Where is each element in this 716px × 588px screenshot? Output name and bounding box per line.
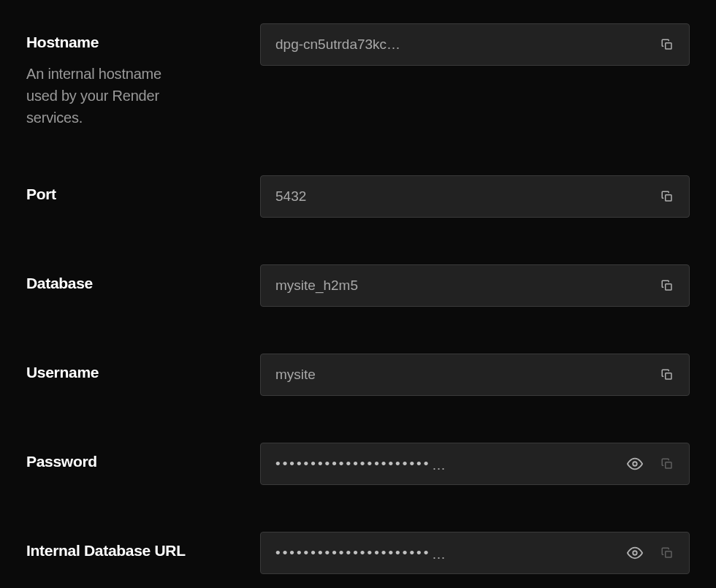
copy-icon: [660, 190, 674, 203]
internal-db-url-label-col: Internal Database URL: [26, 532, 260, 560]
internal-db-url-value-col: ••••••••••••••••••••••••••••••••••••••••…: [260, 532, 690, 574]
svg-rect-2: [666, 284, 671, 290]
copy-icon: [660, 279, 674, 292]
port-label: Port: [26, 186, 260, 203]
username-value-box: mysite: [260, 354, 690, 396]
password-value-box: ••••••••••••••••••••••••••••••••••••••••…: [260, 443, 690, 485]
username-label-col: Username: [26, 354, 260, 381]
password-copy-button[interactable]: [654, 451, 680, 477]
database-row: Database mysite_h2m5: [26, 264, 690, 307]
svg-point-4: [633, 462, 637, 466]
hostname-label-col: Hostname An internal hostname used by yo…: [26, 23, 260, 129]
internal-db-url-copy-button[interactable]: [654, 540, 680, 566]
copy-icon: [660, 368, 674, 381]
internal-db-url-label: Internal Database URL: [26, 542, 260, 560]
svg-rect-0: [666, 43, 671, 49]
hostname-label: Hostname: [26, 34, 260, 51]
eye-icon: [627, 545, 643, 561]
database-copy-button[interactable]: [654, 272, 680, 299]
port-value: 5432: [275, 188, 648, 205]
hostname-value: dpg-cn5utrda73kc…: [275, 37, 648, 53]
password-label-col: Password: [26, 443, 260, 470]
svg-rect-7: [666, 551, 671, 557]
eye-icon: [627, 456, 643, 472]
hostname-description: An internal hostname used by your Render…: [26, 63, 187, 129]
port-row: Port 5432: [26, 175, 690, 218]
svg-rect-5: [666, 462, 671, 468]
username-copy-button[interactable]: [654, 362, 680, 388]
password-label: Password: [26, 453, 260, 470]
database-value-col: mysite_h2m5: [260, 264, 690, 307]
username-value-col: mysite: [260, 354, 690, 396]
password-row: Password •••••••••••••••••••••••••••••••…: [26, 443, 690, 485]
database-label-col: Database: [26, 264, 260, 292]
hostname-value-col: dpg-cn5utrda73kc…: [260, 23, 690, 66]
internal-db-url-masked-value: ••••••••••••••••••••••••••••••••••••••••…: [275, 545, 446, 561]
copy-icon: [660, 457, 674, 470]
port-copy-button[interactable]: [654, 183, 680, 210]
hostname-copy-button[interactable]: [654, 31, 680, 58]
internal-db-url-row: Internal Database URL ••••••••••••••••••…: [26, 532, 690, 574]
username-value: mysite: [275, 367, 648, 383]
hostname-value-box: dpg-cn5utrda73kc…: [260, 23, 690, 66]
svg-rect-1: [666, 195, 671, 201]
port-label-col: Port: [26, 175, 260, 203]
hostname-row: Hostname An internal hostname used by yo…: [26, 23, 690, 129]
svg-rect-3: [666, 373, 671, 379]
username-row: Username mysite: [26, 354, 690, 396]
database-value: mysite_h2m5: [275, 278, 648, 294]
database-label: Database: [26, 275, 260, 292]
database-value-box: mysite_h2m5: [260, 264, 690, 307]
internal-db-url-reveal-button[interactable]: [622, 540, 648, 566]
copy-icon: [660, 38, 674, 51]
password-reveal-button[interactable]: [622, 451, 648, 477]
port-value-col: 5432: [260, 175, 690, 218]
username-label: Username: [26, 364, 260, 381]
internal-db-url-value-box: ••••••••••••••••••••••••••••••••••••••••…: [260, 532, 690, 574]
svg-point-6: [633, 551, 637, 555]
password-masked-value: ••••••••••••••••••••••••••••••••••••••••…: [275, 456, 446, 472]
port-value-box: 5432: [260, 175, 690, 218]
password-value-col: ••••••••••••••••••••••••••••••••••••••••…: [260, 443, 690, 485]
copy-icon: [660, 546, 674, 560]
